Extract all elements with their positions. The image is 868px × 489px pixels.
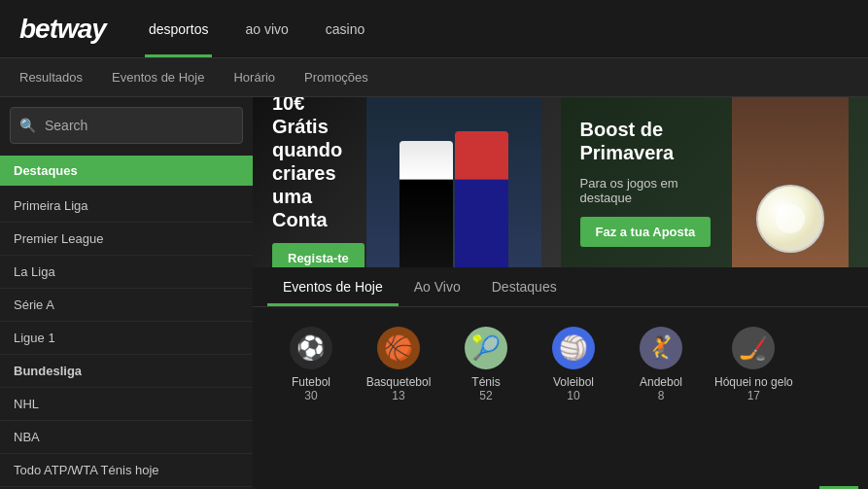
subnav-resultados[interactable]: Resultados [19,70,83,85]
sidebar-item-ligue-1[interactable]: Ligue 1 [0,322,253,355]
banner-2-btn[interactable]: Faz a tua Aposta [580,217,712,247]
sidebar-item-la-liga[interactable]: La Liga [0,256,253,289]
content-area: 10€ Grátis quando criares uma Conta Regi… [253,97,868,489]
tenis-count: 52 [479,389,492,402]
nav-tab-desportos[interactable]: desportos [145,0,212,57]
banner-1-text: 10€ Grátis quando criares uma Conta Regi… [272,97,366,267]
sports-row: ⚽ Futebol 30 🏀 Basquetebol 13 🎾 Ténis 52 [253,307,868,412]
tab-eventos-hoje[interactable]: Eventos de Hoje [267,267,399,306]
sport-andebol[interactable]: 🤾 Andebol 8 [617,322,705,407]
andebol-icon: 🤾 [640,327,682,369]
nav-tab-ao-vivo[interactable]: ao vivo [241,0,292,57]
nav-tab-casino[interactable]: casino [322,0,368,57]
sport-hoquei-no-gelo[interactable]: 🏒 Hóquei no gelo 17 [705,322,803,407]
sport-voleibol[interactable]: 🏐 Voleibol 10 [530,322,617,407]
voleibol-count: 10 [567,389,579,402]
logo-text: betway [19,14,106,44]
tenis-icon: 🎾 [465,327,507,369]
sidebar-item-bundesliga[interactable]: Bundesliga [0,355,253,388]
sidebar-item-primeira-liga[interactable]: Primeira Liga [0,190,253,223]
hoquei-count: 17 [747,389,760,402]
search-icon: 🔍 [19,118,36,133]
andebol-count: 8 [658,389,665,402]
sidebar-item-tennis[interactable]: Todo ATP/WTA Ténis hoje [0,454,253,487]
subnav-promocoes[interactable]: Promoções [304,70,368,85]
banner-1-title: 10€ Grátis quando criares uma Conta [272,97,366,231]
hoquei-label: Hóquei no gelo [714,375,793,389]
banner-spring-boost: Boost de Primavera Para os jogos em dest… [561,97,869,267]
header: betway desportos ao vivo casino [0,0,868,58]
futebol-icon: ⚽ [290,327,332,369]
futebol-label: Futebol [292,375,330,389]
sport-futebol[interactable]: ⚽ Futebol 30 [267,322,355,407]
content-tabs: Eventos de Hoje Ao Vivo Destaques [253,267,868,307]
sub-nav: Resultados Eventos de Hoje Horário Promo… [0,58,868,97]
basquetebol-count: 13 [392,389,404,402]
subnav-horario[interactable]: Horário [233,70,275,85]
voleibol-label: Voleibol [553,375,594,389]
banner-1-btn[interactable]: Regista-te [272,243,365,267]
search-box: 🔍 [10,107,243,144]
futebol-count: 30 [304,389,317,402]
banner-2-image [732,97,849,267]
sport-tenis[interactable]: 🎾 Ténis 52 [442,322,530,407]
sidebar-section-title: Destaques [0,156,253,186]
sport-basquetebol[interactable]: 🏀 Basquetebol 13 [355,322,442,407]
tab-ao-vivo[interactable]: Ao Vivo [399,267,476,306]
voleibol-icon: 🏐 [552,327,595,369]
banner-register: 10€ Grátis quando criares uma Conta Regi… [253,97,561,267]
sidebar-item-serie-a[interactable]: Série A [0,289,253,322]
andebol-label: Andebol [640,375,682,389]
basquetebol-icon: 🏀 [377,327,420,369]
main-nav: desportos ao vivo casino [145,0,368,57]
search-input[interactable] [10,107,243,144]
banners: 10€ Grátis quando criares uma Conta Regi… [253,97,868,267]
logo[interactable]: betway [19,14,106,45]
main-layout: 🔍 Destaques Primeira Liga Premier League… [0,97,868,489]
hoquei-icon: 🏒 [732,327,775,369]
tenis-label: Ténis [471,375,500,389]
sidebar: 🔍 Destaques Primeira Liga Premier League… [0,97,253,489]
banner-2-subtitle: Para os jogos em destaque [580,176,733,205]
banner-1-image [366,97,541,267]
banner-2-title: Boost de Primavera [580,118,733,164]
tab-destaques[interactable]: Destaques [476,267,573,306]
sidebar-item-nhl[interactable]: NHL [0,388,253,421]
sidebar-item-premier-league[interactable]: Premier League [0,223,253,256]
basquetebol-label: Basquetebol [366,375,432,389]
sidebar-item-nba[interactable]: NBA [0,421,253,454]
banner-2-text: Boost de Primavera Para os jogos em dest… [580,118,733,247]
subnav-eventos-hoje[interactable]: Eventos de Hoje [112,70,204,85]
